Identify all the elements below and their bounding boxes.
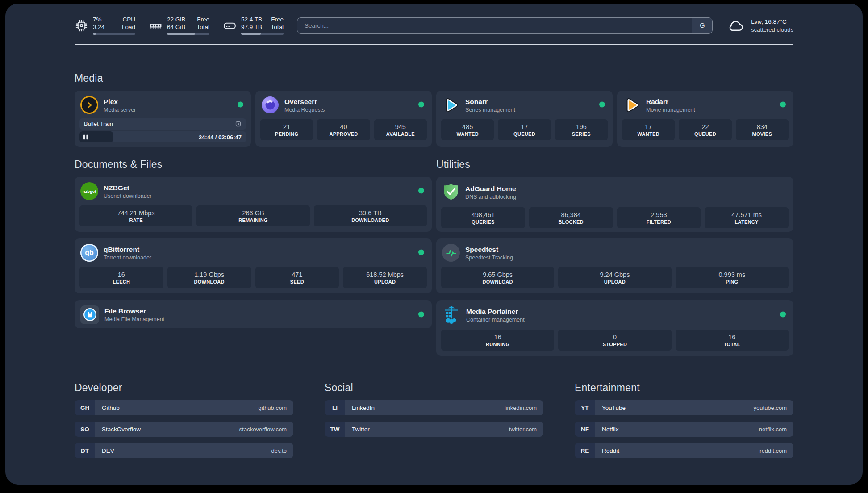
- portainer-stat-running: 16RUNNING: [441, 330, 554, 351]
- plex-now-playing-title: Bullet Train: [84, 121, 113, 127]
- nzbget-title: NZBGet: [104, 184, 152, 192]
- link-reddit[interactable]: RE Redditreddit.com: [575, 443, 793, 458]
- weather-widget: Lviv, 16.87°C scattered clouds: [726, 17, 793, 34]
- netflix-url: netflix.com: [759, 426, 787, 433]
- search-input[interactable]: [297, 18, 692, 33]
- twitter-url: twitter.com: [509, 426, 537, 433]
- speedtest-icon: [442, 244, 460, 262]
- screen-icon[interactable]: [235, 121, 242, 127]
- portainer-stat-stopped: 0STOPPED: [558, 330, 671, 351]
- speedtest-stat-download: 9.65 GbpsDOWNLOAD: [441, 267, 554, 288]
- link-youtube[interactable]: YT YouTubeyoutube.com: [575, 400, 793, 415]
- ram-icon: [149, 19, 163, 33]
- linkedin-tag: LI: [325, 400, 345, 415]
- system-stats: 7%CPU 3.24Load 22: [75, 16, 284, 35]
- nzbget-stat-downloaded: 39.6 TBDOWNLOADED: [314, 205, 427, 226]
- portainer-stat-total: 16TOTAL: [676, 330, 789, 351]
- radarr-stat-queued: 22QUEUED: [679, 119, 731, 140]
- qbittorrent-card[interactable]: qb qBittorrent Torrent downloader 16LEEC…: [75, 238, 432, 293]
- adguard-stat-blocked: 86,384BLOCKED: [529, 207, 613, 228]
- portainer-card[interactable]: Media Portainer Container management 16R…: [436, 300, 793, 356]
- link-stackoverflow[interactable]: SO StackOverflowstackoverflow.com: [75, 422, 293, 437]
- top-bar: 7%CPU 3.24Load 22: [75, 13, 793, 38]
- documents-heading: Documents & Files: [75, 159, 432, 171]
- pause-icon[interactable]: [83, 134, 88, 139]
- sonarr-icon: [442, 96, 460, 114]
- entertainment-heading: Entertainment: [575, 382, 793, 394]
- section-documents: Documents & Files nzbget NZBGet Usenet d…: [75, 159, 432, 356]
- nzbget-card[interactable]: nzbget NZBGet Usenet downloader 744.21 M…: [75, 177, 432, 232]
- linkedin-url: linkedin.com: [505, 405, 537, 411]
- weather-location-temp: Lviv, 16.87°C: [751, 18, 793, 25]
- disk-stat-widget: 52.4 TBFree 97.9 TBTotal: [223, 16, 284, 35]
- weather-condition: scattered clouds: [751, 26, 793, 33]
- stackoverflow-tag: SO: [75, 422, 95, 437]
- sonarr-stat-series: 196SERIES: [555, 119, 608, 140]
- section-social: Social LI LinkedInlinkedin.com TW Twitte…: [325, 382, 543, 458]
- ram-label-bottom: Total: [196, 24, 209, 31]
- reddit-tag: RE: [575, 443, 595, 458]
- dev-url: dev.to: [271, 447, 287, 454]
- section-utilities: Utilities AdGuard Home DNS and adblockin…: [436, 159, 793, 356]
- search-bar: G: [297, 17, 713, 34]
- adguard-stat-filtered: 2,953FILTERED: [617, 207, 701, 228]
- search-engine-button[interactable]: G: [692, 18, 712, 33]
- disk-value-top: 52.4 TB: [241, 16, 262, 24]
- overseerr-stat-available: 945AVAILABLE: [374, 119, 427, 140]
- speedtest-card[interactable]: Speedtest Speedtest Tracking 9.65 GbpsDO…: [436, 238, 793, 293]
- cpu-stat-widget: 7%CPU 3.24Load: [75, 16, 135, 35]
- link-dev[interactable]: DT DEVdev.to: [75, 443, 293, 458]
- ram-label-top: Free: [197, 16, 209, 24]
- plex-card[interactable]: Plex Media server Bullet Train: [75, 91, 251, 147]
- plex-playback-progress: 24:44 / 02:06:47: [79, 131, 246, 142]
- portainer-title: Media Portainer: [466, 307, 525, 316]
- filebrowser-title: File Browser: [104, 307, 164, 315]
- plex-icon: [80, 96, 98, 114]
- dev-tag: DT: [75, 443, 95, 458]
- youtube-tag: YT: [575, 400, 595, 415]
- radarr-title: Radarr: [646, 97, 695, 106]
- github-tag: GH: [75, 400, 95, 415]
- overseerr-subtitle: Media Requests: [284, 107, 325, 113]
- link-github[interactable]: GH Githubgithub.com: [75, 400, 293, 415]
- dashboard-page: 7%CPU 3.24Load 22: [0, 0, 868, 493]
- radarr-card[interactable]: Radarr Movie management 17WANTED 22QUEUE…: [617, 91, 793, 147]
- sonarr-title: Sonarr: [465, 97, 515, 106]
- utilities-heading: Utilities: [436, 159, 793, 171]
- qbittorrent-icon: qb: [80, 244, 98, 262]
- adguard-icon: [442, 182, 460, 202]
- overseerr-stat-pending: 21PENDING: [260, 119, 313, 140]
- github-url: github.com: [258, 405, 287, 411]
- disk-label-top: Free: [271, 16, 284, 24]
- radarr-status-dot: [780, 102, 786, 108]
- nzbget-subtitle: Usenet downloader: [104, 193, 152, 199]
- cloud-icon: [726, 17, 746, 34]
- overseerr-card[interactable]: Overseerr Media Requests 21PENDING 40APP…: [255, 91, 432, 147]
- filebrowser-card[interactable]: File Browser Media File Management: [75, 300, 432, 328]
- qbittorrent-subtitle: Torrent downloader: [104, 255, 151, 261]
- header-divider: [75, 44, 793, 45]
- adguard-subtitle: DNS and adblocking: [465, 194, 516, 200]
- radarr-icon: [623, 96, 641, 114]
- cpu-value-top: 7%: [93, 16, 102, 24]
- plex-now-playing-row: Bullet Train: [79, 118, 246, 130]
- plex-title: Plex: [104, 97, 136, 106]
- dev-name: DEV: [102, 447, 114, 454]
- link-linkedin[interactable]: LI LinkedInlinkedin.com: [325, 400, 543, 415]
- disk-progress-bar: [241, 33, 284, 35]
- section-entertainment: Entertainment YT YouTubeyoutube.com NF N…: [575, 382, 793, 458]
- youtube-name: YouTube: [602, 405, 626, 411]
- filebrowser-icon: [80, 305, 99, 324]
- link-twitter[interactable]: TW Twittertwitter.com: [325, 422, 543, 437]
- adguard-card[interactable]: AdGuard Home DNS and adblocking 498,461Q…: [436, 177, 793, 232]
- link-netflix[interactable]: NF Netflixnetflix.com: [575, 422, 793, 437]
- speedtest-subtitle: Speedtest Tracking: [465, 255, 513, 261]
- ram-value-top: 22 GiB: [167, 16, 185, 24]
- sonarr-card[interactable]: Sonarr Series management 485WANTED 17QUE…: [436, 91, 613, 147]
- sonarr-subtitle: Series management: [465, 107, 515, 113]
- portainer-subtitle: Container management: [466, 317, 525, 323]
- section-developer: Developer GH Githubgithub.com SO StackOv…: [75, 382, 293, 458]
- radarr-stat-wanted: 17WANTED: [622, 119, 675, 140]
- disk-value-bottom: 97.9 TB: [241, 24, 262, 31]
- speedtest-title: Speedtest: [465, 245, 513, 254]
